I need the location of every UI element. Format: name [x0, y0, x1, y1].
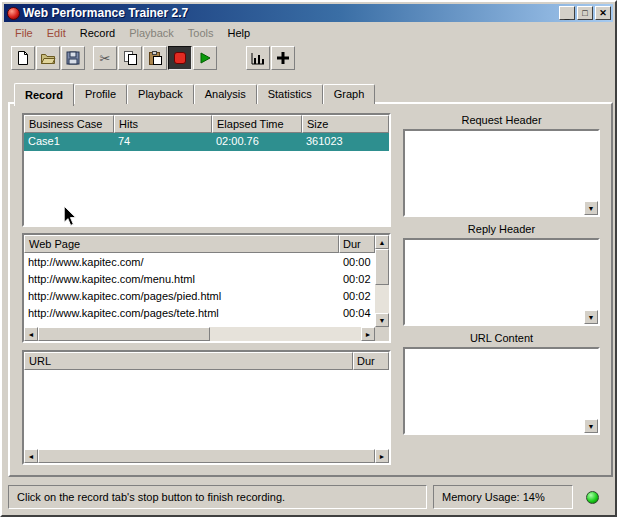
horizontal-scrollbar-track[interactable] — [38, 449, 375, 463]
paste-button[interactable] — [143, 46, 167, 70]
scroll-right-button[interactable]: ► — [361, 327, 375, 341]
column-header[interactable]: Hits — [114, 115, 212, 133]
open-button[interactable] — [36, 46, 60, 70]
menu-bar: FileEditRecordPlaybackToolsHelp — [4, 23, 613, 42]
scroll-left-button[interactable]: ◄ — [24, 449, 38, 463]
horizontal-scrollbar-thumb[interactable] — [38, 327, 210, 341]
menu-item-playback[interactable]: Playback — [122, 25, 181, 41]
url-cell: http://www.kapitec.com/ — [24, 255, 339, 269]
horizontal-scrollbar-track[interactable] — [38, 327, 361, 341]
reply-header-area[interactable]: ▼ — [403, 238, 600, 326]
dur-cell: 00:02 — [339, 272, 375, 286]
cut-button[interactable]: ✂ — [93, 46, 117, 70]
maximize-button[interactable]: □ — [577, 6, 593, 20]
business-case-body: Case17402:00.76361023 — [24, 133, 389, 151]
tab-bar: RecordProfilePlaybackAnalysisStatisticsG… — [14, 81, 375, 104]
minimize-button[interactable]: _ — [559, 6, 575, 20]
column-header[interactable]: Elapsed Time — [212, 115, 302, 133]
scroll-down-button[interactable]: ▼ — [375, 313, 389, 327]
column-header[interactable]: Dur — [339, 235, 375, 253]
table-row[interactable]: http://www.kapitec.com/pages/pied.html00… — [24, 287, 375, 304]
vertical-scrollbar-track[interactable] — [375, 249, 389, 313]
column-header[interactable]: Business Case — [24, 115, 114, 133]
web-page-header: Web PageDur — [24, 235, 375, 253]
reply-header-label: Reply Header — [400, 223, 603, 235]
tab-graph[interactable]: Graph — [323, 84, 376, 104]
vertical-scrollbar[interactable]: ▲ ▼ — [375, 235, 389, 327]
new-button[interactable] — [11, 46, 35, 70]
close-button[interactable]: ✕ — [595, 6, 611, 20]
scroll-down-button[interactable]: ▼ — [584, 419, 598, 433]
vertical-scrollbar-thumb[interactable] — [375, 249, 389, 285]
menu-item-record[interactable]: Record — [73, 25, 122, 41]
tab-playback[interactable]: Playback — [127, 84, 194, 104]
window-title: Web Performance Trainer 2.7 — [23, 6, 188, 20]
table-cell: 02:00.76 — [212, 133, 302, 151]
new-document-icon — [15, 50, 31, 66]
menu-item-tools[interactable]: Tools — [181, 25, 221, 41]
url-content-area[interactable]: ▼ — [403, 347, 600, 435]
play-icon — [197, 50, 213, 66]
url-cell: http://www.kapitec.com/pages/pied.html — [24, 289, 339, 303]
dur-cell: 00:00 — [339, 255, 375, 269]
tab-record[interactable]: Record — [14, 83, 74, 106]
save-floppy-icon — [65, 50, 81, 66]
app-window: Web Performance Trainer 2.7 _ □ ✕ FileEd… — [0, 0, 617, 517]
horizontal-scrollbar[interactable]: ◄ ► — [24, 449, 389, 463]
scrollbar-corner — [375, 327, 389, 341]
paste-clipboard-icon — [147, 50, 163, 66]
table-row[interactable]: http://www.kapitec.com/00:00 — [24, 253, 375, 270]
status-message: Click on the record tab's stop button to… — [17, 491, 285, 503]
title-bar[interactable]: Web Performance Trainer 2.7 _ □ ✕ — [4, 4, 613, 22]
url-header: URLDur — [24, 352, 389, 370]
tab-profile[interactable]: Profile — [74, 84, 127, 104]
menu-item-help[interactable]: Help — [221, 25, 258, 41]
table-row[interactable]: Case17402:00.76361023 — [24, 133, 389, 151]
copy-button[interactable] — [118, 46, 142, 70]
horizontal-scrollbar-thumb[interactable] — [38, 449, 375, 463]
scissors-icon: ✂ — [100, 51, 111, 66]
save-button[interactable] — [61, 46, 85, 70]
request-header-area[interactable]: ▼ — [403, 129, 600, 217]
tab-statistics[interactable]: Statistics — [257, 84, 323, 104]
play-button[interactable] — [193, 46, 217, 70]
plus-icon — [275, 50, 291, 66]
copy-icon — [122, 50, 138, 66]
request-header-label: Request Header — [400, 114, 603, 126]
url-cell: http://www.kapitec.com/pages/tete.html — [24, 306, 339, 320]
table-row[interactable]: http://www.kapitec.com/pages/tete.html00… — [24, 304, 375, 321]
chart-button[interactable] — [246, 46, 270, 70]
tab-analysis[interactable]: Analysis — [194, 84, 257, 104]
menu-item-edit[interactable]: Edit — [40, 25, 73, 41]
column-header[interactable]: URL — [24, 352, 353, 370]
mouse-cursor — [62, 205, 78, 229]
dur-cell: 00:02 — [339, 289, 375, 303]
horizontal-scrollbar[interactable]: ◄ ► — [24, 327, 375, 341]
scroll-down-button[interactable]: ▼ — [584, 310, 598, 324]
web-page-body: http://www.kapitec.com/00:00http://www.k… — [24, 253, 375, 321]
column-header[interactable]: Dur — [353, 352, 389, 370]
status-led-indicator — [586, 491, 599, 504]
url-content-label: URL Content — [400, 332, 603, 344]
column-header[interactable]: Web Page — [24, 235, 339, 253]
business-case-header: Business CaseHitsElapsed TimeSize — [24, 115, 389, 133]
scroll-down-button[interactable]: ▼ — [584, 201, 598, 215]
memory-usage-text: Memory Usage: 14% — [442, 491, 545, 503]
record-button[interactable] — [168, 46, 192, 70]
url-cell: http://www.kapitec.com/menu.html — [24, 272, 339, 286]
bar-chart-icon — [250, 50, 266, 66]
menu-item-file[interactable]: File — [8, 25, 40, 41]
add-button[interactable] — [271, 46, 295, 70]
dur-cell: 00:04 — [339, 306, 375, 320]
table-row[interactable]: http://www.kapitec.com/menu.html00:02 — [24, 270, 375, 287]
scroll-up-button[interactable]: ▲ — [375, 235, 389, 249]
app-icon — [7, 7, 20, 20]
url-table[interactable]: URLDur ◄ ► — [22, 350, 391, 465]
column-header[interactable]: Size — [302, 115, 389, 133]
table-cell: Case1 — [24, 133, 114, 151]
web-page-table[interactable]: Web PageDur http://www.kapitec.com/00:00… — [22, 233, 391, 343]
record-icon — [174, 52, 186, 64]
scroll-right-button[interactable]: ► — [375, 449, 389, 463]
scroll-left-button[interactable]: ◄ — [24, 327, 38, 341]
toolbar: ✂ — [4, 43, 613, 73]
